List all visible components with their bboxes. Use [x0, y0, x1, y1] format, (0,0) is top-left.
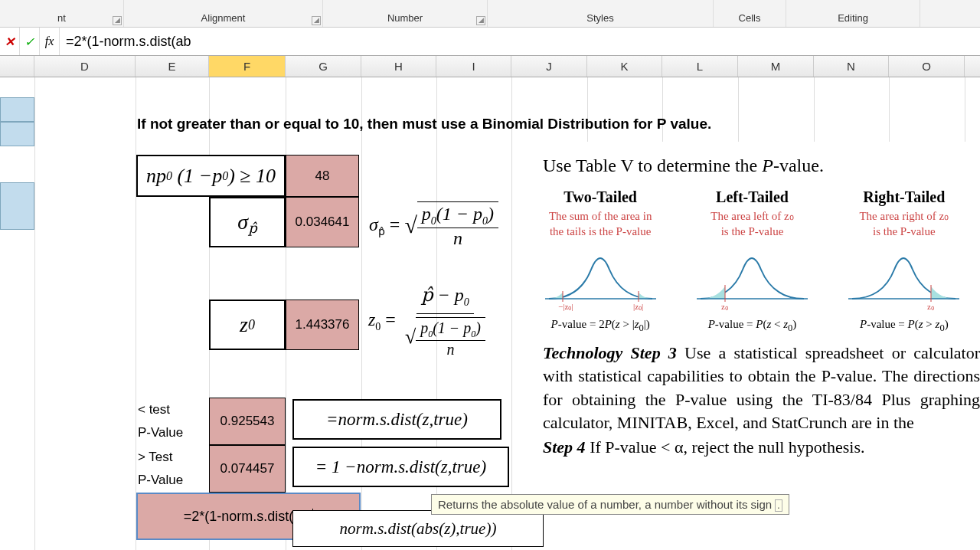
formula-cancel-button[interactable]: ✕ [0, 28, 20, 55]
ribbon-group-editing: Editing [786, 0, 920, 27]
col-header-l[interactable]: L [662, 56, 738, 77]
dialog-launcher-icon[interactable]: ◢ [476, 16, 485, 25]
ribbon-group-cells: Cells [714, 0, 786, 27]
col-header-f[interactable]: F [209, 56, 286, 77]
col-header-n[interactable]: N [814, 56, 889, 77]
ribbon: nt◢ Alignment◢ Number◢ Styles Cells Edit… [0, 0, 980, 28]
gt-pvalue-label: P-Value [138, 473, 183, 488]
ribbon-group-number: Number◢ [323, 0, 488, 27]
dialog-launcher-icon[interactable]: ◢ [312, 16, 321, 25]
fx-icon[interactable]: fx [40, 28, 60, 55]
formula-input[interactable]: =2*(1-norm.s.dist(ab [60, 28, 980, 55]
textbook-overlay: Use Table V to determine the P-value. Tw… [524, 142, 980, 550]
col-header-j[interactable]: J [511, 56, 587, 77]
lt-pvalue-label: P-Value [138, 425, 183, 440]
col-header-o[interactable]: O [889, 56, 965, 77]
col-header-pre[interactable] [0, 56, 34, 77]
book-columns: Two-Tailed The sum of the area inthe tai… [524, 188, 980, 334]
book-body: Technology Step 3 Use a statistical spre… [524, 334, 980, 434]
z0-label-box: z0 [209, 300, 286, 350]
ribbon-group-font: nt◢ [0, 0, 124, 27]
svg-text:z₀: z₀ [721, 302, 729, 311]
ribbon-group-alignment: Alignment◢ [124, 0, 323, 27]
dialog-launcher-icon[interactable]: ◢ [113, 16, 122, 25]
bell-curve-left-tailed: z₀ [693, 239, 812, 312]
gt-formula-box: = 1 − norm.s.dist(z, true) [292, 447, 509, 487]
bell-curve-two-tailed: −|z₀| |z₀| [541, 239, 660, 312]
col-header-h[interactable]: H [361, 56, 436, 77]
col-header-k[interactable]: K [587, 56, 662, 77]
z0-value-cell[interactable]: 1.443376 [286, 300, 359, 350]
col-header-m[interactable]: M [738, 56, 814, 77]
formula-enter-button[interactable]: ✓ [20, 28, 40, 55]
book-pv-1: P-value = 2P(z > |z0|) [528, 318, 673, 334]
sigma-value-cell[interactable]: 0.034641 [286, 197, 359, 247]
abs-tooltip: Returns the absolute value of a number, … [431, 494, 789, 515]
book-pv-2: P-value = P(z < z0) [679, 318, 825, 334]
bell-curve-right-tailed: z₀ [844, 239, 963, 312]
svg-text:z₀: z₀ [927, 302, 935, 311]
formula-bar: ✕ ✓ fx =2*(1-norm.s.dist(ab [0, 28, 980, 56]
column-headers: D E F G H I J K L M N O [0, 56, 980, 77]
cell[interactable] [0, 97, 34, 122]
svg-text:|z₀|: |z₀| [633, 302, 643, 311]
np-condition-box: np0 (1 − p0) ≥ 10 [136, 155, 286, 197]
gt-test-label: > Test [138, 450, 173, 465]
cell[interactable] [0, 122, 34, 146]
book-step4: Step 4 If P-value < α, reject the null h… [524, 434, 980, 457]
sigma-equation: σp̂ = √p0(1 − p0)n [369, 201, 498, 249]
z0-equation: z0 = p̂ − p0 √p0(1 − p0)n [368, 284, 490, 358]
lt-test-label: < test [138, 402, 170, 417]
col-header-d[interactable]: D [34, 56, 136, 77]
two-tail-formula-box: norm.s.dist(abs(z), true)) [292, 510, 544, 547]
lt-formula-box: = norm.s.dist(z, true) [292, 399, 501, 440]
col-header-e[interactable]: E [136, 56, 209, 77]
lt-value-cell[interactable]: 0.925543 [209, 398, 286, 445]
ribbon-group-styles: Styles [488, 0, 714, 27]
gt-value-cell[interactable]: 0.074457 [209, 445, 286, 493]
col-header-i[interactable]: I [436, 56, 511, 77]
book-title: Use Table V to determine the P-value. [543, 156, 980, 176]
book-pv-3: P-value = P(z > z0) [831, 318, 977, 334]
book-col-left-tailed: Left-Tailed The area left of z₀is the P-… [679, 188, 825, 334]
worksheet-grid[interactable]: If not greater than or equal to 10, then… [0, 77, 980, 550]
cell[interactable] [0, 182, 34, 230]
svg-text:−|z₀|: −|z₀| [558, 302, 573, 311]
book-col-two-tailed: Two-Tailed The sum of the area inthe tai… [528, 188, 673, 334]
col-header-g[interactable]: G [286, 56, 361, 77]
instruction-text: If not greater than or equal to 10, then… [137, 116, 711, 133]
sigma-label-box: σp̂ [209, 197, 286, 247]
np-value-cell[interactable]: 48 [286, 155, 359, 197]
book-col-right-tailed: Right-Tailed The area right of z₀is the … [831, 188, 977, 334]
